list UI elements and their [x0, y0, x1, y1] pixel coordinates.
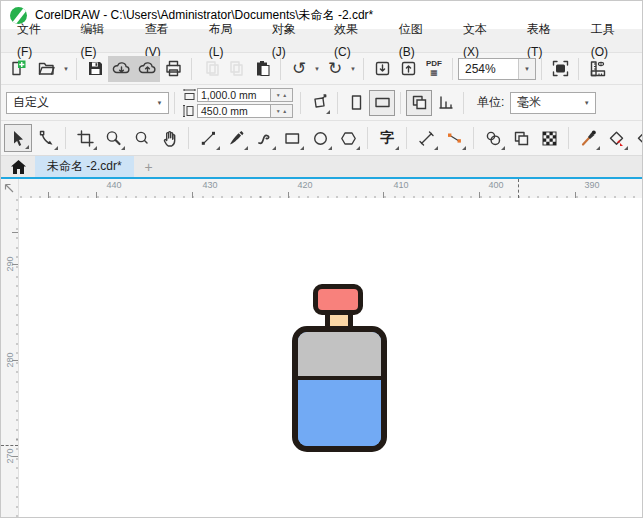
redo-dropdown-caret[interactable]: ▼	[348, 66, 358, 72]
page-dimensions-group: 1,000.0 mm ▼ ▲ 450.0 mm ▼ ▲	[182, 88, 293, 118]
rectangle-tool[interactable]	[278, 124, 306, 152]
b-spline-tool[interactable]	[250, 124, 278, 152]
copy-button[interactable]	[223, 56, 249, 82]
coreldraw-window: CorelDRAW - C:\Users\Administrator\Docum…	[0, 0, 643, 518]
canvas[interactable]	[19, 198, 642, 517]
paste-button[interactable]	[249, 56, 275, 82]
bottle-body-top-section	[298, 332, 381, 376]
show-rulers-button[interactable]	[584, 56, 610, 82]
page-height-input[interactable]: 450.0 mm	[197, 104, 271, 118]
redo-button[interactable]: ↻	[322, 56, 348, 82]
home-icon	[11, 160, 26, 174]
cursor-position-marker-horizontal	[518, 179, 519, 198]
welcome-home-button[interactable]	[1, 156, 35, 177]
cut-button[interactable]	[197, 56, 223, 82]
undo-icon: ↺	[292, 60, 306, 77]
toolbox-separator	[473, 127, 474, 149]
open-button[interactable]	[31, 56, 61, 82]
new-tab-button[interactable]: +	[134, 156, 164, 177]
text-tool[interactable]: 字	[373, 124, 401, 152]
import-button[interactable]	[369, 56, 395, 82]
cloud-download-button[interactable]	[108, 56, 134, 82]
undo-button[interactable]: ↺	[286, 56, 312, 82]
contour-tool[interactable]	[507, 124, 535, 152]
page-size-preset-combobox[interactable]: 自定义 ▼	[6, 92, 169, 114]
interactive-fill-tool[interactable]	[602, 124, 630, 152]
hruler-tick-label: 400	[488, 180, 503, 190]
export-button[interactable]	[395, 56, 421, 82]
transparency-tool[interactable]	[535, 124, 563, 152]
print-button[interactable]	[160, 56, 186, 82]
toolbar-separator	[452, 58, 453, 80]
propbar-separator	[174, 92, 175, 114]
save-button[interactable]	[82, 56, 108, 82]
toolbar-separator	[76, 58, 77, 80]
artistic-media-tool[interactable]	[222, 124, 250, 152]
parallel-dimension-tool[interactable]	[412, 124, 440, 152]
toolbox-separator	[406, 127, 407, 149]
polygon-tool[interactable]	[334, 124, 362, 152]
publish-pdf-button[interactable]: PDF ▦	[421, 56, 447, 82]
horizontal-ruler[interactable]: 440 430 420 410 400 390	[19, 179, 642, 198]
units-dropdown-arrow[interactable]: ▼	[578, 93, 595, 113]
zoom-tool[interactable]	[99, 124, 127, 152]
page-height-spinner[interactable]: ▼ ▲	[271, 104, 293, 118]
pdf-grid-icon: ▦	[430, 69, 438, 77]
hruler-tick-label: 410	[393, 180, 408, 190]
toolbar-separator	[191, 58, 192, 80]
undo-dropdown-caret[interactable]: ▼	[312, 66, 322, 72]
open-dropdown-caret[interactable]: ▼	[61, 66, 71, 72]
new-document-button[interactable]	[5, 56, 31, 82]
hruler-tick-label: 390	[584, 180, 599, 190]
text-tool-glyph: 字	[380, 129, 394, 147]
smart-fill-tool[interactable]	[630, 124, 643, 152]
document-tab-active[interactable]: 未命名 -2.cdr*	[35, 156, 134, 177]
toolbar-separator	[578, 58, 579, 80]
pick-tool[interactable]	[4, 124, 32, 152]
coreldraw-logo-icon	[10, 7, 27, 24]
landscape-orientation-button[interactable]	[369, 90, 395, 116]
freehand-tool[interactable]	[194, 124, 222, 152]
connector-tool[interactable]	[440, 124, 468, 152]
bottle-body-bottom-section	[298, 380, 381, 446]
ruler-origin-button[interactable]	[1, 179, 19, 198]
horizontal-ruler-row: 440 430 420 410 400 390	[1, 179, 642, 198]
toolbar-separator	[541, 58, 542, 80]
vertical-ruler[interactable]: 290 280 270	[1, 198, 19, 517]
full-screen-preview-button[interactable]	[547, 56, 573, 82]
page-width-icon	[182, 89, 197, 101]
color-eyedropper-tool[interactable]	[574, 124, 602, 152]
vruler-tick-label: 280	[5, 352, 15, 367]
page-width-spinner[interactable]: ▼ ▲	[271, 88, 293, 102]
units-label: 单位:	[477, 94, 504, 111]
pdf-icon: PDF	[426, 60, 442, 68]
pan-tool[interactable]	[155, 124, 183, 152]
zoom-out-tool[interactable]	[127, 124, 155, 152]
preset-dropdown-arrow[interactable]: ▼	[151, 93, 168, 113]
autofit-page-button[interactable]	[306, 90, 332, 116]
toolbox-separator	[568, 127, 569, 149]
zoom-dropdown-arrow[interactable]: ▼	[518, 59, 535, 79]
bottle-cap-shape[interactable]	[313, 284, 363, 315]
propbar-separator	[337, 92, 338, 114]
crop-tool[interactable]	[71, 124, 99, 152]
page-dimensions-bars-button[interactable]	[432, 90, 458, 116]
shape-tool[interactable]	[32, 124, 60, 152]
page-size-preset-value: 自定义	[7, 94, 151, 111]
propbar-separator	[400, 92, 401, 114]
page-width-input[interactable]: 1,000.0 mm	[197, 88, 271, 102]
hruler-tick-label: 430	[202, 180, 217, 190]
units-combobox[interactable]: 毫米 ▼	[510, 92, 596, 114]
portrait-orientation-button[interactable]	[343, 90, 369, 116]
drop-shadow-tool[interactable]	[479, 124, 507, 152]
all-pages-same-size-button[interactable]	[406, 90, 432, 116]
cloud-upload-button[interactable]	[134, 56, 160, 82]
redo-icon: ↻	[328, 60, 342, 77]
toolbox: 字	[1, 121, 642, 156]
property-bar: 自定义 ▼ 1,000.0 mm ▼ ▲ 450.0 mm ▼ ▲	[1, 85, 642, 121]
vruler-tick-label: 290	[5, 256, 15, 271]
bottle-body-shape[interactable]	[292, 326, 387, 452]
zoom-level-combobox[interactable]: 254% ▼	[458, 58, 536, 80]
ellipse-tool[interactable]	[306, 124, 334, 152]
page-height-icon	[182, 105, 197, 117]
